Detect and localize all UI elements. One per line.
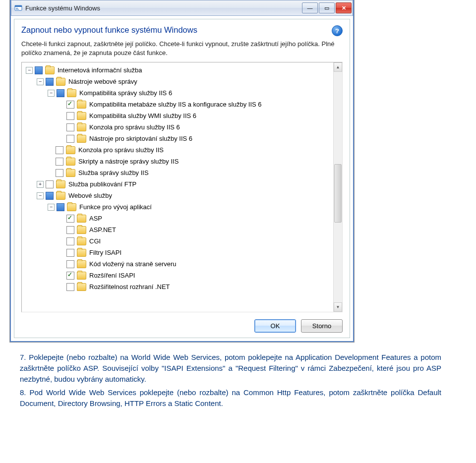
checkbox[interactable] [46, 192, 54, 200]
tree-label: Služba správy služby IIS [78, 169, 149, 176]
tree-node[interactable]: +Služba publikování FTP [22, 178, 331, 190]
tree-node[interactable]: −Nástroje webové správy [22, 76, 331, 87]
checkbox[interactable] [66, 226, 74, 234]
tree-node[interactable]: Rozšíření ISAPI [22, 270, 331, 281]
tree-label: Služba publikování FTP [68, 180, 136, 188]
folder-icon [77, 135, 86, 143]
folder-icon [77, 226, 86, 234]
tree-node[interactable]: Služba správy služby IIS [22, 167, 331, 178]
tree-label: ASP.NET [89, 226, 116, 233]
checkbox[interactable] [66, 135, 74, 143]
tree-label: Filtry ISAPI [89, 249, 121, 256]
svg-rect-3 [16, 9, 19, 9]
tree-label: Skripty a nástroje správy služby IIS [78, 158, 178, 165]
collapse-icon[interactable]: − [37, 192, 44, 199]
tree-node[interactable]: −Internetová informační služba [22, 64, 331, 76]
tree-node[interactable]: −Kompatibilita správy služby IIS 6 [22, 87, 331, 99]
scroll-thumb[interactable] [334, 164, 342, 223]
checkbox[interactable] [46, 78, 54, 86]
checkbox[interactable] [66, 272, 74, 280]
tree-node[interactable]: Kompatibilita služby WMI služby IIS 6 [22, 110, 331, 121]
tree-node[interactable]: CGI [22, 235, 331, 247]
tree-node[interactable]: Filtry ISAPI [22, 247, 331, 258]
tree-node[interactable]: Skripty a nástroje správy služby IIS [22, 156, 331, 167]
folder-icon [77, 272, 86, 280]
checkbox[interactable] [56, 169, 63, 177]
tree-label: Konzola pro správu služby IIS 6 [89, 123, 180, 131]
tree-node[interactable]: −Funkce pro vývoj aplikací [22, 201, 331, 213]
expand-placeholder [59, 227, 64, 233]
maximize-button[interactable]: ▭ [319, 2, 335, 13]
folder-icon [77, 123, 86, 131]
checkbox[interactable] [57, 203, 64, 211]
scrollbar[interactable]: ▲ ▼ [333, 62, 342, 312]
checkbox[interactable] [35, 66, 43, 74]
close-button[interactable]: ✕ [336, 2, 352, 13]
windows-features-dialog: Funkce systému Windows — ▭ ✕ Zapnout neb… [10, 0, 354, 342]
expand-placeholder [59, 261, 64, 267]
tree-label: Kód vložený na straně serveru [89, 260, 177, 268]
collapse-icon[interactable]: − [37, 78, 44, 85]
collapse-icon[interactable]: − [48, 90, 55, 97]
tree-label: Kompatibilita správy služby IIS 6 [79, 89, 172, 97]
expand-icon[interactable]: + [37, 181, 44, 188]
tree-node[interactable]: Kompatibilita metabáze služby IIS a konf… [22, 99, 331, 110]
checkbox[interactable] [66, 249, 74, 257]
features-tree: −Internetová informační služba−Nástroje … [21, 62, 343, 312]
folder-icon [66, 158, 75, 166]
tree-label: CGI [89, 237, 101, 245]
expand-placeholder [48, 159, 54, 165]
expand-placeholder [59, 250, 64, 256]
tree-node[interactable]: ASP [22, 213, 331, 224]
checkbox[interactable] [66, 283, 74, 291]
checkbox[interactable] [56, 158, 63, 166]
expand-placeholder [59, 216, 64, 222]
tree-label: Rozšíření ISAPI [89, 272, 135, 279]
tree-node[interactable]: −Webové služby [22, 190, 331, 201]
folder-icon [66, 146, 75, 154]
tree-node[interactable]: Nástroje pro skriptování služby IIS 6 [22, 133, 331, 144]
ok-button[interactable]: OK [254, 319, 296, 333]
expand-placeholder [59, 238, 64, 244]
checkbox[interactable] [66, 112, 74, 120]
checkbox[interactable] [56, 146, 63, 154]
folder-icon [77, 249, 86, 257]
tree-label: ASP [89, 215, 102, 222]
tree-node[interactable]: Konzola pro správu služby IIS [22, 144, 331, 156]
tree-node[interactable]: Konzola pro správu služby IIS 6 [22, 121, 331, 133]
collapse-icon[interactable]: − [26, 67, 33, 74]
minimize-button[interactable]: — [302, 2, 318, 13]
folder-icon [77, 237, 86, 245]
folder-icon [56, 180, 65, 188]
tree-node[interactable]: Kód vložený na straně serveru [22, 258, 331, 270]
checkbox[interactable] [46, 180, 54, 188]
folder-icon [77, 112, 86, 120]
tree-node[interactable]: ASP.NET [22, 224, 331, 235]
checkbox[interactable] [66, 260, 74, 268]
folder-icon [67, 203, 76, 211]
scroll-track[interactable] [334, 72, 342, 302]
expand-placeholder [59, 284, 64, 290]
checkbox[interactable] [66, 237, 74, 245]
app-icon [14, 4, 22, 12]
tree-label: Nástroje pro skriptování služby IIS 6 [89, 135, 192, 142]
checkbox[interactable] [66, 215, 74, 223]
instruction-step-7: 7. Poklepejte (nebo rozbalte) na World W… [20, 352, 441, 384]
help-icon[interactable]: ? [332, 25, 343, 36]
checkbox[interactable] [66, 123, 74, 131]
tree-label: Funkce pro vývoj aplikací [79, 203, 152, 211]
scroll-down-button[interactable]: ▼ [334, 302, 342, 312]
cancel-button[interactable]: Storno [301, 319, 343, 333]
collapse-icon[interactable]: − [48, 204, 55, 211]
tree-label: Kompatibilita metabáze služby IIS a konf… [89, 101, 262, 108]
titlebar[interactable]: Funkce systému Windows — ▭ ✕ [11, 0, 353, 16]
expand-placeholder [48, 170, 54, 176]
tree-node[interactable]: Rozšiřitelnost rozhraní .NET [22, 281, 331, 292]
tree-label: Nástroje webové správy [68, 78, 137, 85]
svg-rect-1 [15, 5, 22, 7]
folder-icon [77, 101, 86, 109]
checkbox[interactable] [66, 101, 74, 109]
checkbox[interactable] [57, 89, 64, 97]
dialog-description: Chcete-li funkci zapnout, zaškrtněte jej… [21, 40, 343, 57]
scroll-up-button[interactable]: ▲ [334, 62, 342, 72]
